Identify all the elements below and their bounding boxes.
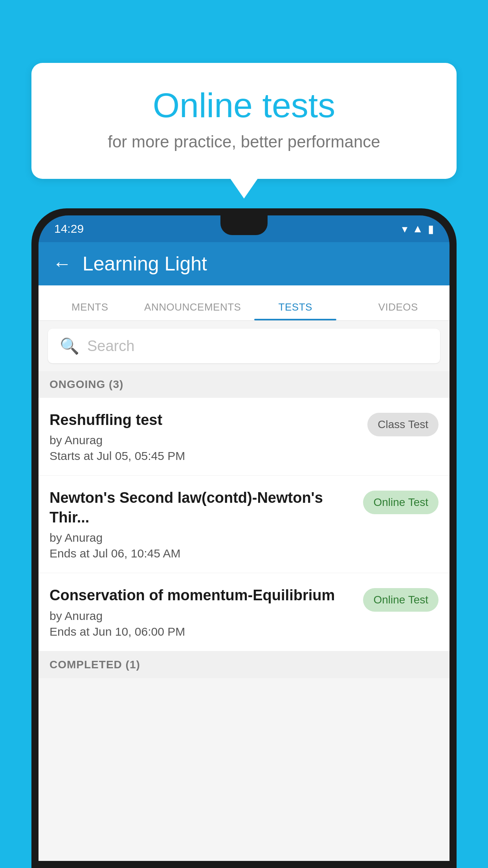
test-info-3: Conservation of momentum-Equilibrium by … — [50, 586, 363, 638]
speech-bubble: Online tests for more practice, better p… — [31, 63, 457, 179]
test-date-2: Ends at Jul 06, 10:45 AM — [50, 547, 355, 560]
ongoing-section-header: ONGOING (3) — [39, 371, 449, 398]
wifi-icon: ▾ — [402, 223, 407, 235]
badge-3: Online Test — [363, 588, 438, 612]
screen-content: 🔍 Search ONGOING (3) Reshuffling test by… — [39, 321, 449, 861]
tabs-container: MENTS ANNOUNCEMENTS TESTS VIDEOS — [39, 285, 449, 321]
test-by-3: by Anurag — [50, 609, 355, 623]
status-bar: 14:29 ▾ ▲ ▮ — [39, 215, 449, 242]
test-item-2[interactable]: Newton's Second law(contd)-Newton's Thir… — [39, 476, 449, 573]
test-item-1[interactable]: Reshuffling test by Anurag Starts at Jul… — [39, 398, 449, 476]
test-name-3: Conservation of momentum-Equilibrium — [50, 586, 355, 605]
phone-wrapper: 14:29 ▾ ▲ ▮ ← Learning Light MENTS ANNOU… — [31, 208, 457, 868]
notch — [220, 215, 268, 235]
test-by-2: by Anurag — [50, 531, 355, 544]
test-name-2: Newton's Second law(contd)-Newton's Thir… — [50, 488, 355, 527]
search-placeholder: Search — [87, 338, 134, 355]
badge-2: Online Test — [363, 491, 438, 514]
test-date-3: Ends at Jun 10, 06:00 PM — [50, 625, 355, 638]
status-icons: ▾ ▲ ▮ — [402, 223, 434, 235]
test-item-3[interactable]: Conservation of momentum-Equilibrium by … — [39, 573, 449, 651]
test-date-1: Starts at Jul 05, 05:45 PM — [50, 449, 360, 463]
test-info-1: Reshuffling test by Anurag Starts at Jul… — [50, 410, 367, 463]
search-container: 🔍 Search — [39, 321, 449, 371]
status-time: 14:29 — [54, 222, 84, 235]
completed-section-header: COMPLETED (1) — [39, 651, 449, 678]
test-info-2: Newton's Second law(contd)-Newton's Thir… — [50, 488, 363, 560]
phone-inner: 14:29 ▾ ▲ ▮ ← Learning Light MENTS ANNOU… — [39, 215, 449, 861]
content-area: Reshuffling test by Anurag Starts at Jul… — [39, 398, 449, 678]
battery-icon: ▮ — [428, 223, 434, 235]
search-icon: 🔍 — [60, 337, 79, 355]
tab-announcements[interactable]: ANNOUNCEMENTS — [141, 301, 244, 320]
tab-tests[interactable]: TESTS — [244, 301, 347, 320]
test-by-1: by Anurag — [50, 434, 360, 447]
test-name-1: Reshuffling test — [50, 410, 360, 430]
bubble-title: Online tests — [63, 86, 425, 125]
app-bar-title: Learning Light — [83, 252, 207, 275]
tab-videos[interactable]: VIDEOS — [347, 301, 450, 320]
badge-1: Class Test — [367, 413, 438, 436]
signal-icon: ▲ — [412, 223, 423, 235]
tab-ments[interactable]: MENTS — [39, 301, 141, 320]
back-button[interactable]: ← — [53, 254, 72, 273]
bubble-subtitle: for more practice, better performance — [63, 132, 425, 151]
phone-outer: 14:29 ▾ ▲ ▮ ← Learning Light MENTS ANNOU… — [31, 208, 457, 868]
search-bar[interactable]: 🔍 Search — [48, 329, 440, 363]
app-bar: ← Learning Light — [39, 242, 449, 285]
